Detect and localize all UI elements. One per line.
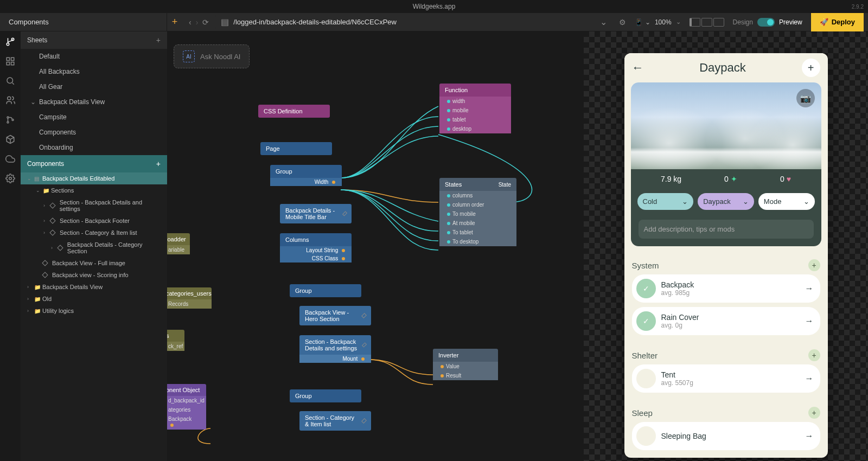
node-port[interactable]: width [439,97,511,106]
node-hero[interactable]: Backpack View - Hero Section [299,306,371,325]
node-inverter[interactable]: Inverter Value Result [433,349,498,380]
ai-prompt[interactable]: AI Ask Noodl AI [174,44,250,68]
package-icon[interactable] [4,133,16,145]
node-port[interactable]: desktop [439,124,511,133]
mode-toggle[interactable] [757,18,775,27]
node-port[interactable]: To mobile [439,209,516,219]
item-subtitle: avg. 0g [661,322,800,329]
node-function[interactable]: Function widthmobiletabletdesktop [439,84,511,133]
section-add-button[interactable]: + [808,259,820,271]
git-icon[interactable] [4,114,16,126]
node-columns[interactable]: Columns Layout String CSS Class [280,233,352,262]
add-component-button[interactable]: + [156,159,161,168]
hero-image[interactable]: 📷 [631,82,821,169]
node-compobj[interactable]: onent Object d_backpack_id ategories Bac… [167,384,206,430]
gear-item-row[interactable]: ✓Backpackavg. 985g→ [632,274,820,303]
layout-detach-button[interactable] [713,18,724,27]
preview-mode-label[interactable]: Preview [779,18,802,26]
nav-back-button[interactable]: ‹ [189,18,192,27]
add-component-button[interactable]: + [167,15,182,30]
users-icon[interactable] [4,94,16,106]
url-chevron-icon[interactable]: ⌄ [600,17,607,27]
node-canvas[interactable]: AI Ask Noodl AI CSS Definition Page Grou… [167,31,584,461]
sheet-item[interactable]: All Backpacks [21,64,167,79]
cloud-icon[interactable] [4,153,16,165]
check-toggle[interactable] [636,369,656,388]
node-css-definition[interactable]: CSS Definition [258,105,330,118]
tree-item[interactable]: ›Section - Category & Item list [21,227,167,239]
tree-item[interactable]: ›Section - Backpack Details and settings [21,196,167,215]
chip-mode[interactable]: Mode⌄ [758,193,815,210]
description-input[interactable]: Add description, tips or mods [639,220,814,239]
nav-forward-button[interactable]: › [196,18,199,27]
app-titlebar: Wildgeeks.app 2.9.2 [0,0,868,13]
tree-root[interactable]: ⌄ ▤ Backpack Details Editabled [21,172,167,184]
chevron-down-icon: ⌄ [27,176,31,181]
check-toggle[interactable]: ✓ [636,279,656,298]
tree-item[interactable]: Backpack view - Scoring info [21,269,167,281]
gear-item-row[interactable]: Sleeping Bag→ [632,422,820,450]
node-port[interactable]: column order [439,200,516,209]
device-selector[interactable]: 📱⌄ [635,18,650,26]
node-port[interactable]: To desktop [439,237,516,246]
chip-pack[interactable]: Daypack⌄ [698,193,754,210]
chevron-down-icon[interactable]: ⌄ [676,18,681,25]
tree-item[interactable]: ›Backpack Details - Category Section [21,239,167,257]
tree-item[interactable]: ›Section - Backpack Footer [21,215,167,227]
check-toggle[interactable] [636,426,656,446]
preview-pane: ← Daypack + 📷 7.9 kg 0✦ 0♥ Cold⌄ Daypack… [584,31,868,461]
section-add-button[interactable]: + [808,407,820,419]
design-mode-label[interactable]: Design [733,18,753,26]
node-group-1[interactable]: Group Width [270,165,342,186]
layout-full-button[interactable] [701,18,712,27]
tree-sections[interactable]: ⌄ 📁 Sections [21,184,167,196]
grid-icon[interactable] [4,55,16,67]
ai-icon: AI [183,50,195,62]
zoom-level[interactable]: 100% [655,18,672,26]
node-port[interactable]: tablet [439,115,511,124]
sparkle-icon: ✦ [731,175,737,183]
section-add-button[interactable]: + [808,349,820,361]
layout-split-button[interactable] [690,18,700,27]
add-button[interactable]: + [802,59,820,77]
gear-item-row[interactable]: ✓Rain Coveravg. 0g→ [632,307,820,335]
node-port[interactable]: columns [439,191,516,200]
node-misc[interactable]: s ck_ref [167,330,184,351]
node-titlebar[interactable]: Backpack Details - Mobile Title Bar [280,204,352,223]
sheet-item[interactable]: ⌄Backpack Details View [21,94,167,110]
sheet-item[interactable]: Default [21,49,167,64]
back-button[interactable]: ← [632,61,644,75]
tree-item[interactable]: Backpack View - Full image [21,257,167,269]
node-details[interactable]: Section - Backpack Details and settings … [299,335,371,363]
deploy-button[interactable]: 🚀 Deploy [811,13,864,31]
node-states[interactable]: StatesState columnscolumn orderTo mobile… [439,178,516,246]
node-catusers[interactable]: categories_users Records [167,287,212,309]
node-port[interactable]: At mobile [439,219,516,228]
node-port[interactable]: mobile [439,106,511,115]
chip-climate[interactable]: Cold⌄ [637,193,694,210]
camera-button[interactable]: 📷 [796,89,815,107]
gear-item-row[interactable]: Tentavg. 5507g→ [632,364,820,393]
url-bar[interactable]: ▤ /logged-in/backpack-details-editabled/… [215,15,612,29]
nav-refresh-button[interactable]: ⟳ [202,18,209,27]
search-icon[interactable] [4,75,16,87]
check-toggle[interactable]: ✓ [636,311,656,331]
add-sheet-button[interactable]: + [156,36,161,44]
node-loader[interactable]: loadder ariable [167,233,190,254]
sheet-item[interactable]: Campsite [21,110,167,125]
node-catlist[interactable]: Section - Category & Item list [299,411,371,431]
debug-icon[interactable]: ⚙ [619,18,626,27]
tree-item[interactable]: ›📁Backpack Details View [21,281,167,293]
node-group-3[interactable]: Group [290,389,361,402]
node-page[interactable]: Page [260,142,332,155]
node-port[interactable]: To tablet [439,228,516,237]
tree-item[interactable]: ›📁Old [21,293,167,305]
settings-icon[interactable] [4,172,16,184]
sheet-item[interactable]: Onboarding [21,140,167,155]
sheet-item[interactable]: All Gear [21,79,167,94]
sheet-item[interactable]: Components [21,125,167,140]
branch-icon[interactable] [4,36,16,48]
diamond-icon [42,260,48,266]
tree-item[interactable]: ›📁Utility logics [21,305,167,317]
node-group-2[interactable]: Group [290,284,361,297]
